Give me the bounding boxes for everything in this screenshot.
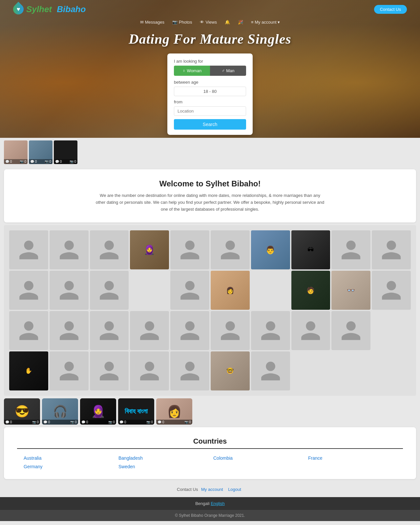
hero-title: Dating For Mature Singles xyxy=(129,31,291,47)
profile-woman-glasses[interactable]: 👓 xyxy=(331,271,370,310)
nav-account[interactable]: ≡ My account ▾ xyxy=(251,20,280,25)
profile-cell-9[interactable] xyxy=(331,230,370,269)
profile-cell-12[interactable] xyxy=(9,271,48,310)
search-button[interactable]: Search xyxy=(174,119,246,130)
welcome-box: Welcome to Sylhet Bibaho! We are the num… xyxy=(4,169,416,222)
recent-profiles-strip: 😎 💬 0 📷 0 🎧 💬 0 📷 0 🧕 💬 0 📷 0 বিবাহ বা xyxy=(4,398,416,425)
welcome-body: We are the number one destination for on… xyxy=(95,192,325,213)
profile-cell-23[interactable] xyxy=(50,311,89,350)
from-label: from xyxy=(174,99,246,104)
logout-link[interactable]: Logout xyxy=(228,487,241,492)
profile-cell-29[interactable] xyxy=(291,311,330,350)
looking-for-label: I am looking for xyxy=(174,59,246,64)
profile-cell-28[interactable] xyxy=(251,311,290,350)
profile-veiled-woman[interactable]: 🧕 xyxy=(130,230,169,269)
nav-events[interactable]: 🎉 xyxy=(238,20,243,25)
profile-cell-24[interactable] xyxy=(90,311,129,350)
profiles-section: 🧕 👨 🕶 xyxy=(4,225,416,395)
man-icon: ♂ xyxy=(221,68,225,73)
recent-thumb-2[interactable]: 💬 0 📷 0 xyxy=(29,140,52,164)
nav-messages[interactable]: ✉ Messages xyxy=(140,20,164,25)
profile-dark-hand[interactable]: ✋ xyxy=(9,351,48,390)
recent-thumb-3[interactable]: 💬 0 📷 0 xyxy=(54,140,77,164)
age-input[interactable] xyxy=(174,87,246,96)
profile-cell-1[interactable] xyxy=(9,230,48,269)
profile-woman-chin-glasses[interactable]: 🤓 xyxy=(211,351,250,390)
profile-cell-14[interactable] xyxy=(90,271,129,310)
my-account-link[interactable]: My account xyxy=(201,487,223,492)
country-france[interactable]: France xyxy=(308,455,396,461)
profile-cell-3[interactable] xyxy=(90,230,129,269)
profile-woman-dark[interactable]: 🧑 xyxy=(291,271,330,310)
woman-button[interactable]: ♀ Woman xyxy=(174,66,210,76)
profile-cell-22[interactable] xyxy=(9,311,48,350)
rp-card-3[interactable]: 🧕 💬 0 📷 0 xyxy=(80,398,116,425)
profile-cell-25[interactable] xyxy=(130,311,169,350)
nav-links: ✉ Messages 📷 Photos 👁 Views 🔔 🎉 ≡ My acc… xyxy=(140,18,280,26)
footer-copyright: © Sylhet Bibaho Orange Marriage 2021. xyxy=(0,510,420,521)
profiles-grid: 🧕 👨 🕶 xyxy=(9,230,411,390)
rp-overlay-1: 💬 0 📷 0 xyxy=(4,420,40,425)
profile-cell-5[interactable] xyxy=(170,230,209,269)
logo-heart-icon xyxy=(11,2,26,16)
profile-woman-phone[interactable]: 👩 xyxy=(211,271,250,310)
profile-cell-11[interactable] xyxy=(372,230,411,269)
location-input[interactable] xyxy=(174,106,246,116)
hero-section: Sylhet Bibaho Contact Us ✉ Messages 📷 Ph… xyxy=(0,0,420,138)
rp-overlay-3: 💬 0 📷 0 xyxy=(80,420,116,425)
thumb-overlay-3: 💬 0 📷 0 xyxy=(54,159,77,164)
man-button[interactable]: ♂ Man xyxy=(210,66,246,76)
thumb-overlay-1: 💬 0 📷 0 xyxy=(4,159,28,164)
search-box: I am looking for ♀ Woman ♂ Man between a… xyxy=(167,53,253,135)
logo-bibaho: Bibaho xyxy=(57,4,86,14)
navbar: Sylhet Bibaho Contact Us xyxy=(0,0,420,18)
profile-cell-13[interactable] xyxy=(50,271,89,310)
profile-man-red[interactable]: 👨 xyxy=(251,230,290,269)
man-label: Man xyxy=(226,68,234,73)
profile-cell-32[interactable] xyxy=(50,351,89,390)
countries-box: Countries Australia Bangladesh Colombia … xyxy=(4,427,416,479)
rp-card-1[interactable]: 😎 💬 0 📷 0 xyxy=(4,398,40,425)
footer-lang: Bengali English xyxy=(0,497,420,510)
gender-buttons: ♀ Woman ♂ Man xyxy=(174,66,246,76)
profile-cell-33[interactable] xyxy=(90,351,129,390)
nav-photos[interactable]: 📷 Photos xyxy=(172,20,192,25)
thumb-overlay-2: 💬 0 📷 0 xyxy=(29,159,52,164)
age-label: between age xyxy=(174,80,246,85)
profile-cell-30[interactable] xyxy=(331,311,370,350)
countries-grid: Australia Bangladesh Colombia France Ger… xyxy=(17,455,403,469)
rp-card-5[interactable]: 👩 💬 0 📷 0 xyxy=(156,398,192,425)
contact-button[interactable]: Contact Us xyxy=(374,5,407,14)
nav-views[interactable]: 👁 Views xyxy=(200,20,217,25)
profile-cell-6[interactable] xyxy=(211,230,250,269)
country-germany[interactable]: Germany xyxy=(24,464,112,469)
profile-cell-15[interactable] xyxy=(170,271,209,310)
profile-cell-35[interactable] xyxy=(170,351,209,390)
rp-overlay-5: 💬 0 📷 0 xyxy=(156,420,192,425)
profile-cell-37[interactable] xyxy=(251,351,290,390)
profile-man-dark[interactable]: 🕶 xyxy=(291,230,330,269)
profile-cell-26[interactable] xyxy=(170,311,209,350)
welcome-title: Welcome to Sylhet Bibaho! xyxy=(17,179,403,188)
event-icon: 🎉 xyxy=(238,20,243,25)
profile-cell-27[interactable] xyxy=(211,311,250,350)
nav-notifications[interactable]: 🔔 xyxy=(225,20,230,25)
recent-strip: 💬 0 📷 0 💬 0 📷 0 💬 0 📷 0 xyxy=(0,138,420,167)
profile-cell-21[interactable] xyxy=(372,271,411,310)
message-icon: ✉ xyxy=(140,20,144,25)
logo: Sylhet Bibaho xyxy=(13,4,86,14)
country-colombia[interactable]: Colombia xyxy=(213,455,302,461)
profile-cell-34[interactable] xyxy=(130,351,169,390)
profile-cell-2[interactable] xyxy=(50,230,89,269)
country-australia[interactable]: Australia xyxy=(24,455,112,461)
recent-thumb-1[interactable]: 💬 0 📷 0 xyxy=(4,140,28,164)
rp-card-4[interactable]: বিবাহ বাংলা 💬 0 📷 0 xyxy=(118,398,154,425)
rp-card-2[interactable]: 🎧 💬 0 📷 0 xyxy=(42,398,78,425)
footer-links: Contact Us My account Logout xyxy=(0,482,420,497)
countries-title: Countries xyxy=(17,437,403,449)
rp-overlay-4: 💬 0 📷 0 xyxy=(118,420,154,425)
country-sweden[interactable]: Sweden xyxy=(118,464,207,469)
copyright-text: © Sylhet Bibaho Orange Marriage 2021. xyxy=(175,513,245,518)
country-bangladesh[interactable]: Bangladesh xyxy=(118,455,207,461)
lang-english[interactable]: English xyxy=(211,501,225,506)
